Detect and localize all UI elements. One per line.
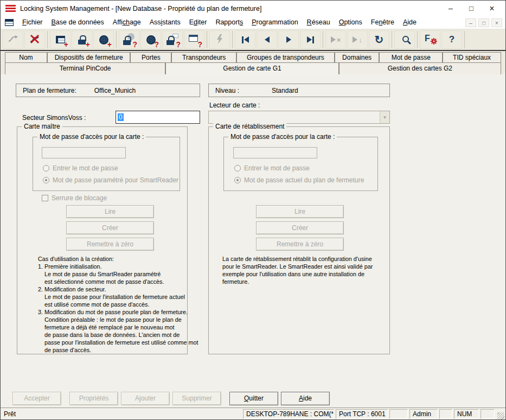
quitter-button[interactable]: Quitter — [229, 392, 278, 405]
toolbar-filter-settings-button[interactable]: F — [420, 30, 440, 49]
reset-radio-enter-password: Entrer le mot de passe — [234, 164, 310, 172]
reset-password-input — [233, 147, 317, 158]
previous-record-icon — [265, 36, 270, 43]
master-creer-button: Créer — [66, 221, 154, 234]
toolbar-new-transponder-button[interactable]: + — [93, 30, 114, 49]
tab-dispositifs-de-fermeture[interactable]: Dispositifs de fermeture — [47, 52, 131, 63]
menu-assistants[interactable]: Assistants — [145, 16, 185, 29]
menu-options[interactable]: Options — [335, 16, 367, 29]
accepter-button: Accepter — [12, 392, 61, 405]
master-password-group: Mot de passe d'accès pour la carte : Ent… — [33, 137, 180, 191]
maximize-icon[interactable]: □ — [461, 1, 482, 16]
menu-aide[interactable]: Aide — [399, 16, 421, 29]
toolbar-remove-record-button[interactable]: × — [325, 30, 346, 49]
menu-bar: Fichier Base de données Affichage Assist… — [1, 16, 505, 29]
radio-selected-icon — [43, 177, 49, 183]
secteur-simonsvoss-input[interactable]: 0 — [116, 111, 200, 124]
toolbar-new-locking-plan-button[interactable]: + — [50, 30, 71, 49]
tab-groupes-de-transpondeurs[interactable]: Groupes de transpondeurs — [236, 52, 335, 63]
chevron-down-icon: ▼ — [380, 111, 389, 123]
minimize-icon[interactable]: – — [440, 1, 461, 16]
status-num-panel: NUM — [454, 409, 479, 419]
tab-tid-speciaux[interactable]: TID spéciaux — [443, 52, 501, 63]
new-lock-icon — [78, 35, 86, 44]
aide-button[interactable]: Aide — [281, 392, 330, 405]
menu-affichage[interactable]: Affichage — [108, 16, 145, 29]
tab-gestion-des-cartes-g2[interactable]: Gestion des cartes G2 — [339, 62, 501, 74]
toolbar-help-button[interactable]: ? — [441, 30, 462, 49]
status-ready-text: Prêt — [2, 410, 243, 418]
toolbar-read-transponder-button[interactable]: ? — [140, 30, 161, 49]
toolbar-connect-button[interactable] — [3, 30, 23, 49]
toolbar-first-record-button[interactable] — [235, 30, 255, 49]
menu-editer[interactable]: Editer — [185, 16, 212, 29]
toolbar-disconnect-button[interactable] — [24, 30, 45, 49]
reset-remettre-a-zero-button: Remettre à zéro — [256, 238, 344, 251]
mdi-minimize-icon[interactable]: – — [465, 18, 476, 27]
menu-reseau[interactable]: Réseau — [303, 16, 335, 29]
plan-de-fermeture-panel: Plan de fermeture: Office_Munich — [16, 84, 200, 97]
menu-rapports[interactable]: Rapports — [211, 16, 247, 29]
status-bar: Prêt DESKTOP-789HANE : COM(*) Port TCP :… — [1, 408, 505, 419]
insert-record-icon: ↓ — [353, 36, 362, 44]
mdi-close-icon[interactable]: × — [491, 18, 502, 27]
menu-base-de-donnees[interactable]: Base de données — [47, 16, 108, 29]
window-title: Locking System Management - [New Databas… — [20, 5, 440, 12]
read-lock-icon — [123, 36, 131, 45]
master-radio-enter-password: Entrer le mot de passe — [43, 164, 118, 172]
carte-maitre-title: Carte maître — [22, 123, 62, 130]
master-password-group-title: Mot de passe d'accès pour la carte : — [37, 133, 146, 141]
toolbar: + + + ? ? ? ? — [1, 29, 505, 51]
tab-gestion-de-carte-g1[interactable]: Gestion de carte G1 — [165, 62, 338, 74]
gear-icon — [431, 38, 437, 46]
status-empty-panel-1 — [389, 409, 408, 419]
tab-terminal-pincode[interactable]: Terminal PinCode — [5, 62, 165, 74]
tab-domaines[interactable]: Domaines — [335, 52, 380, 63]
application-window: Locking System Management - [New Databas… — [0, 0, 506, 420]
mdi-restore-icon[interactable]: □ — [478, 18, 489, 27]
toolbar-new-lock-button[interactable]: + — [72, 30, 92, 49]
menu-programmation[interactable]: Programmation — [247, 16, 302, 29]
tab-transpondeurs[interactable]: Transpondeurs — [171, 52, 236, 63]
tab-portes[interactable]: Portes — [130, 52, 171, 63]
next-record-icon — [286, 36, 291, 43]
read-window-icon — [189, 35, 198, 42]
toolbar-refresh-button[interactable]: ↻ — [369, 30, 389, 49]
status-empty-panel-2 — [439, 409, 452, 419]
tab-nom[interactable]: Nom — [5, 52, 47, 63]
toolbar-program-button[interactable] — [209, 30, 230, 49]
title-bar: Locking System Management - [New Databas… — [1, 1, 505, 16]
program-lightning-icon — [216, 34, 223, 46]
toolbar-read-lock-button[interactable]: ? — [119, 30, 139, 49]
master-remettre-a-zero-button: Remettre à zéro — [66, 238, 154, 251]
toolbar-read-window-button[interactable]: ? — [184, 30, 204, 49]
carte-maitre-group: Carte maître Mot de passe d'accès pour l… — [17, 126, 188, 354]
menu-fichier[interactable]: Fichier — [18, 16, 47, 29]
last-record-icon — [307, 36, 314, 43]
menu-fenetre[interactable]: Fenêtre — [367, 16, 399, 29]
mdi-document-icon — [5, 19, 14, 26]
toolbar-search-button[interactable] — [394, 30, 415, 49]
close-icon[interactable]: × — [482, 1, 502, 16]
app-logo-icon — [5, 5, 16, 12]
resize-grip[interactable] — [497, 412, 504, 419]
master-lire-button: Lire — [66, 205, 154, 218]
secteur-value: 0 — [118, 113, 124, 121]
toolbar-insert-record-button[interactable]: ↓ — [347, 30, 368, 49]
master-usage-text: Cas d'utilisation à la création: 1. Prem… — [38, 255, 198, 354]
secteur-simonsvoss-label: Secteur SimonsVoss : — [22, 114, 86, 122]
help-icon: ? — [449, 34, 454, 45]
tab-mot-de-passe[interactable]: Mot de passe — [379, 52, 443, 63]
reset-radio-current-plan-password: Mot de passe actuel du plan de fermeture — [234, 176, 364, 184]
toolbar-previous-record-button[interactable] — [257, 30, 277, 49]
search-icon — [402, 36, 409, 42]
toolbar-read-lock-card-button[interactable]: ? — [162, 30, 183, 49]
lecteur-de-carte-dropdown[interactable]: ▼ — [208, 111, 390, 124]
radio-icon — [43, 165, 49, 171]
lecteur-de-carte-label: Lecteur de carte : — [209, 101, 260, 109]
reset-info-text: La carte de rétablissement rétablit la c… — [222, 255, 373, 285]
master-radio-smartreader-password: Mot de passe paramétré pour SmartReader — [43, 176, 178, 184]
toolbar-next-record-button[interactable] — [278, 30, 299, 49]
toolbar-last-record-button[interactable] — [300, 30, 321, 49]
proprietes-button: Propriétés — [69, 392, 118, 405]
